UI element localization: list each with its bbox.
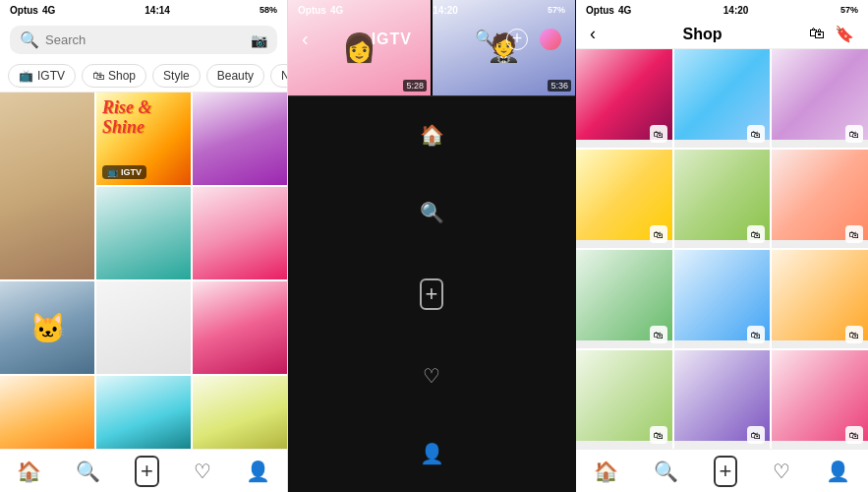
phone1: Optus 4G 14:14 58% 🔍 📷 📺 IGTV 🛍 Shop Sty…: [0, 0, 288, 492]
tab-beauty[interactable]: Beauty: [206, 64, 264, 88]
search-bar: 🔍 📷: [0, 20, 287, 60]
battery-1: 58%: [260, 5, 277, 15]
tab-shop[interactable]: 🛍 Shop: [82, 64, 146, 88]
nav-search-2[interactable]: 🔍: [420, 201, 444, 224]
bag-icon-item: 🛍: [845, 326, 863, 343]
shop-item[interactable]: 🛍: [772, 150, 868, 248]
search-icon: 🔍: [20, 31, 39, 49]
explore-grid: Rise &Shine 📺 IGTV 🐱: [0, 92, 287, 449]
photo-grid: Rise &Shine 📺 IGTV 🐱: [0, 92, 287, 449]
bag-icon-item: 🛍: [845, 225, 863, 243]
status-bar-2: Optus 4G 14:20 57%: [288, 0, 575, 20]
nav-home[interactable]: 🏠: [17, 460, 41, 483]
shop-item[interactable]: 🛍: [674, 250, 771, 348]
phone2: Optus 4G 14:20 57% ‹ IGTV 🔍 +: [288, 0, 576, 492]
back-button-3[interactable]: ‹: [590, 24, 596, 44]
grid-item[interactable]: [193, 281, 287, 374]
bookmark-icon[interactable]: 🔖: [835, 25, 854, 43]
profile-icon-2[interactable]: [540, 29, 561, 50]
bag-icon-item: 🛍: [650, 426, 667, 444]
nav-add-3[interactable]: +: [714, 456, 738, 487]
nav-home-2[interactable]: 🏠: [420, 123, 444, 147]
shop-tab-icon: 🛍: [92, 69, 104, 83]
network-1: 4G: [42, 5, 55, 16]
phone3: Optus 4G 14:20 57% ‹ Shop 🛍 🔖 🛍 🛍 🛍: [576, 0, 868, 492]
time-2: 14:20: [433, 5, 458, 16]
nav-search[interactable]: 🔍: [76, 460, 100, 483]
camera-icon[interactable]: 📷: [251, 32, 267, 48]
igtv-header: ‹ IGTV 🔍 +: [288, 20, 575, 58]
grid-item[interactable]: [96, 281, 191, 374]
grid-item[interactable]: 🐱: [0, 281, 94, 374]
search-icon-2[interactable]: 🔍: [475, 29, 494, 50]
grid-item[interactable]: [193, 376, 287, 449]
grid-item[interactable]: [96, 187, 191, 279]
battery-2: 57%: [548, 5, 565, 15]
nav-heart[interactable]: ♡: [194, 460, 211, 483]
igtv-tab-icon: 📺: [19, 69, 33, 83]
bag-icon-item: 🛍: [747, 326, 765, 343]
shop-item[interactable]: 🛍: [576, 150, 672, 248]
network-2: 4G: [330, 5, 343, 16]
shop-item[interactable]: 🛍: [576, 250, 672, 348]
battery-3: 57%: [840, 5, 858, 15]
bag-icon[interactable]: 🛍: [809, 25, 825, 43]
bag-icon-item: 🛍: [747, 125, 765, 143]
grid-item[interactable]: [193, 92, 287, 185]
carrier-3: Optus: [586, 5, 614, 16]
grid-item[interactable]: Rise &Shine 📺 IGTV: [96, 92, 191, 185]
shop-header: ‹ Shop 🛍 🔖: [576, 20, 868, 49]
nav-search-3[interactable]: 🔍: [654, 460, 678, 483]
tab-igtv[interactable]: 📺 IGTV: [8, 64, 76, 88]
nav-add-2[interactable]: +: [420, 278, 444, 310]
status-bar-1: Optus 4G 14:14 58%: [0, 0, 287, 20]
header-icons: 🔍 +: [475, 29, 561, 50]
tab-nature[interactable]: Nature: [270, 64, 287, 88]
shop-item[interactable]: 🛍: [576, 49, 672, 148]
shop-item[interactable]: 🛍: [772, 350, 868, 449]
search-input[interactable]: [45, 32, 245, 47]
search-input-wrap[interactable]: 🔍 📷: [10, 26, 277, 54]
shop-grid: 🛍 🛍 🛍 🛍 🛍 🛍 🛍 🛍: [576, 49, 868, 449]
bag-icon-item: 🛍: [650, 326, 667, 343]
time-1: 14:14: [145, 5, 170, 16]
network-3: 4G: [618, 5, 631, 16]
bottom-nav-1: 🏠 🔍 + ♡ 👤: [0, 449, 287, 492]
shop-item[interactable]: 🛍: [674, 350, 771, 449]
grid-item[interactable]: [193, 187, 287, 279]
bag-icon-item: 🛍: [650, 125, 667, 143]
bag-icon-item: 🛍: [845, 125, 863, 143]
bag-icon-item: 🛍: [845, 426, 863, 444]
igtv-title: IGTV: [372, 31, 412, 48]
shop-item[interactable]: 🛍: [576, 350, 672, 449]
status-bar-3: Optus 4G 14:20 57%: [576, 0, 868, 20]
shop-title: Shop: [683, 26, 723, 43]
bottom-nav-2: 🏠 🔍 + ♡ 👤: [288, 95, 576, 492]
grid-item[interactable]: [0, 376, 94, 449]
grid-item[interactable]: [0, 92, 94, 279]
nav-profile[interactable]: 👤: [246, 460, 270, 483]
bag-icon-item: 🛍: [747, 426, 765, 444]
nav-home-3[interactable]: 🏠: [594, 460, 618, 483]
bag-icon-item: 🛍: [650, 225, 667, 243]
back-button[interactable]: ‹: [302, 28, 309, 50]
nav-heart-2[interactable]: ♡: [423, 364, 440, 388]
bag-icon-item: 🛍: [747, 225, 765, 243]
shop-item[interactable]: 🛍: [772, 49, 868, 148]
add-icon[interactable]: +: [506, 29, 528, 50]
shop-item[interactable]: 🛍: [674, 150, 771, 248]
igtv-badge: 📺 IGTV: [102, 165, 146, 179]
thumb-duration-2: 5:36: [548, 80, 571, 92]
shop-header-icons: 🛍 🔖: [809, 25, 854, 43]
nav-heart-3[interactable]: ♡: [773, 460, 790, 483]
thumb-duration-1: 5:28: [403, 80, 427, 92]
nav-add[interactable]: +: [135, 456, 159, 487]
grid-item[interactable]: [96, 376, 191, 449]
nav-profile-2[interactable]: 👤: [420, 442, 444, 465]
igtv-icon: 📺: [107, 167, 118, 177]
tab-style[interactable]: Style: [152, 64, 201, 88]
shop-item[interactable]: 🛍: [772, 250, 868, 348]
carrier-1: Optus: [10, 5, 38, 16]
shop-item[interactable]: 🛍: [674, 49, 771, 148]
nav-profile-3[interactable]: 👤: [826, 460, 850, 483]
